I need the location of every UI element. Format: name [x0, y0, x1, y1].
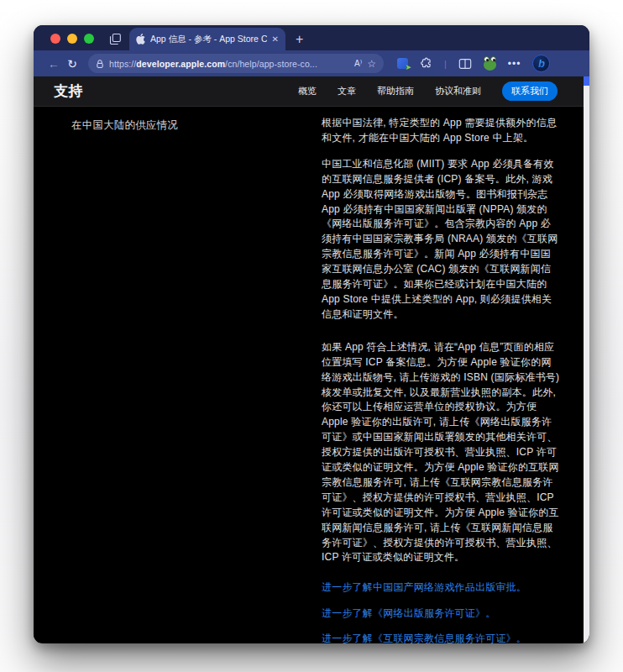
refresh-icon[interactable]: ↻	[63, 57, 81, 71]
minimize-window-button[interactable]	[67, 34, 77, 44]
link-religious-info-license[interactable]: 进一步了解《互联网宗教信息服务许可证》。	[322, 633, 560, 643]
header-nav: 概览 文章 帮助指南 协议和准则 联系我们	[298, 81, 569, 101]
toolbar-separator: |	[444, 59, 447, 69]
paragraph-intro: 根据中国法律, 特定类型的 App 需要提供额外的信息和文件, 才能在中国大陆的…	[322, 116, 560, 146]
paragraph-requirements: 中国工业和信息化部 (MIIT) 要求 App 必须具备有效的互联网信息服务提供…	[322, 157, 560, 323]
page-content: 在中国大陆的供应情况 根据中国法律, 特定类型的 App 需要提供额外的信息和文…	[34, 107, 589, 643]
learn-more-links: 进一步了解中国国产网络游戏作品出版审批。 进一步了解《网络出版服务许可证》。 进…	[322, 582, 560, 643]
window-controls	[50, 34, 94, 44]
new-tab-button[interactable]: +	[296, 33, 303, 46]
url-path: /cn/help/app-store-co...	[225, 59, 317, 69]
nav-item-articles[interactable]: 文章	[338, 85, 356, 97]
read-aloud-icon[interactable]: A⁾	[354, 59, 362, 68]
tab-actions-menu-icon[interactable]	[107, 31, 123, 46]
nav-item-agreements[interactable]: 协议和准则	[435, 85, 481, 97]
favorite-star-icon[interactable]: ☆	[367, 58, 376, 70]
page-header: 支持 概览 文章 帮助指南 协议和准则 联系我们	[34, 76, 589, 107]
nav-item-help-guides[interactable]: 帮助指南	[377, 85, 414, 97]
contact-us-button[interactable]: 联系我们	[502, 81, 558, 101]
scrollbar-top-marker	[584, 76, 589, 86]
paragraph-upload-instructions: 如果 App 符合上述情况, 请在“App 信息”页面的相应位置填写 ICP 备…	[322, 340, 560, 566]
settings-more-icon[interactable]: •••	[508, 58, 521, 70]
link-game-publication-approval[interactable]: 进一步了解中国国产网络游戏作品出版审批。	[322, 582, 560, 593]
url-text: https://developer.apple.com/cn/help/app-…	[109, 59, 349, 69]
address-bar[interactable]: https://developer.apple.com/cn/help/app-…	[88, 54, 384, 73]
translate-extension-icon[interactable]: ➤	[397, 58, 408, 69]
tab-app-info[interactable]: App 信息 - 参考 - App Store Co ✕	[129, 28, 285, 50]
page-title[interactable]: 支持	[54, 81, 83, 101]
zoom-window-button[interactable]	[84, 34, 94, 44]
scrollbar[interactable]	[584, 76, 589, 643]
split-screen-icon[interactable]	[458, 58, 472, 70]
frog-extension-icon[interactable]	[484, 60, 496, 71]
article-body: 根据中国法律, 特定类型的 App 需要提供额外的信息和文件, 才能在中国大陆的…	[322, 116, 560, 643]
tab-bar: App 信息 - 参考 - App Store Co ✕ +	[34, 25, 589, 50]
bing-sidebar-icon[interactable]: b	[532, 55, 550, 72]
back-icon[interactable]: ←	[44, 57, 63, 71]
browser-toolbar: ← ↻ https://developer.apple.com/cn/help/…	[34, 50, 589, 76]
extensions-puzzle-icon[interactable]	[420, 57, 432, 70]
close-window-button[interactable]	[50, 34, 60, 44]
link-online-publishing-license[interactable]: 进一步了解《网络出版服务许可证》。	[322, 608, 560, 619]
tab-close-icon[interactable]: ✕	[272, 34, 279, 44]
apple-favicon-icon	[136, 34, 145, 45]
sidebar-item-availability-china[interactable]: 在中国大陆的供应情况	[71, 118, 178, 133]
url-scheme: https://	[109, 59, 136, 69]
url-domain: developer.apple.com	[136, 59, 225, 69]
lock-icon	[96, 59, 104, 69]
browser-window: App 信息 - 参考 - App Store Co ✕ + ← ↻ https…	[34, 25, 589, 643]
nav-item-overview[interactable]: 概览	[298, 85, 317, 97]
extensions-row: ➤ | ••• b	[397, 55, 550, 72]
tab-title: App 信息 - 参考 - App Store Co	[150, 34, 267, 45]
